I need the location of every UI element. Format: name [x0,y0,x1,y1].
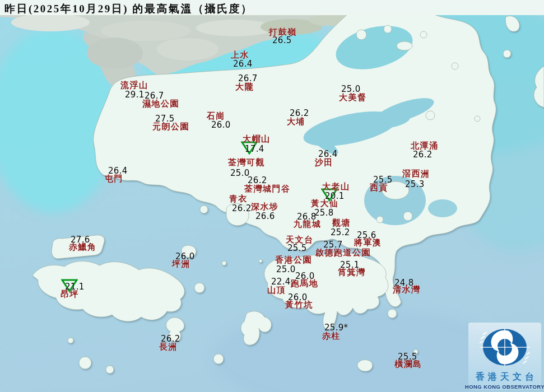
land-po-toi [357,360,373,372]
map-canvas: 昨日(2025年10月29日) 的最高氣溫（攝氏度） 26.5 打鼓嶺 26.4… [0,0,544,392]
page-title: 昨日(2025年10月29日) 的最高氣溫（攝氏度） [4,2,253,16]
hko-logo-chinese-text: 香港天文台 [472,371,537,383]
hko-logo-english-text: HONG KONG OBSERVATORY [465,384,544,390]
hong-kong-map [0,0,544,392]
hko-logo-icon [476,325,534,370]
land-peng-chau [182,245,196,258]
land-tsing-yi [226,203,249,226]
hko-logo: 香港天文台 HONG KONG OBSERVATORY [468,323,541,390]
